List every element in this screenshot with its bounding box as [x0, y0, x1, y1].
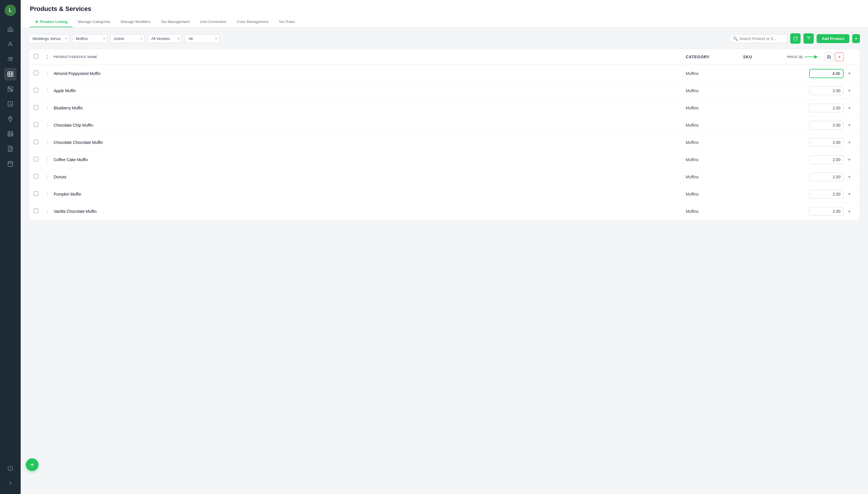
- row-checkbox-col: [34, 157, 45, 163]
- row-checkbox[interactable]: [34, 122, 38, 127]
- price-input[interactable]: [809, 69, 844, 78]
- search-input[interactable]: [730, 34, 787, 43]
- row-checkbox[interactable]: [34, 191, 38, 196]
- table-row: ⋮ Vanilla Chocolate Muffin Muffins 2.00 …: [29, 203, 860, 220]
- venue-select[interactable]: Weddings Venue All Venues: [29, 34, 69, 43]
- row-checkbox[interactable]: [34, 139, 38, 144]
- sidebar-item-reports[interactable]: [4, 98, 17, 110]
- price-static: 2.00: [809, 138, 844, 147]
- row-drag-handle[interactable]: ⋮: [45, 139, 54, 145]
- row-checkbox[interactable]: [34, 157, 38, 162]
- row-drag-handle[interactable]: ⋮: [45, 105, 54, 111]
- add-product-button[interactable]: Add Product: [816, 34, 849, 43]
- row-checkbox[interactable]: [34, 209, 38, 213]
- row-checkbox[interactable]: [34, 105, 38, 110]
- row-expand-button[interactable]: ▾: [847, 208, 852, 215]
- category-select-wrapper: Muffins All Categories ▾: [72, 34, 107, 43]
- sidebar-item-team[interactable]: [4, 53, 17, 65]
- header-category: CATEGORY: [686, 55, 743, 59]
- row-drag-handle[interactable]: ⋮: [45, 122, 54, 128]
- row-price-col: [786, 69, 844, 78]
- row-drag-handle[interactable]: ⋮: [45, 88, 54, 93]
- row-checkbox-col: [34, 122, 45, 128]
- row-drag-handle[interactable]: ⋮: [45, 209, 54, 214]
- sidebar-item-inventory[interactable]: [4, 68, 17, 80]
- tab-tax-management[interactable]: Tax Management: [156, 17, 195, 27]
- status-select[interactable]: Active Inactive All: [110, 34, 145, 43]
- row-category: Muffins: [686, 175, 743, 179]
- table-row: ⋮ Chocolate Chip Muffin Muffins 2.00 ▾: [29, 117, 860, 134]
- filter-select[interactable]: All Filter 1: [185, 34, 219, 43]
- row-product-name: Donuts: [54, 175, 686, 179]
- sidebar-item-home[interactable]: [4, 23, 17, 36]
- tab-tax-rules[interactable]: Tax Rules: [274, 17, 300, 27]
- header-checkbox-col: [34, 54, 45, 60]
- row-category: Muffins: [686, 209, 743, 214]
- page-header: Products & Services ★ Product Listing Ma…: [21, 0, 868, 27]
- svg-point-8: [10, 117, 11, 119]
- header-price: PRICE ($) ✕: [786, 53, 844, 61]
- select-all-checkbox[interactable]: [34, 54, 38, 59]
- row-expand-button[interactable]: ▾: [847, 121, 852, 129]
- row-checkbox[interactable]: [34, 88, 38, 93]
- vendor-select[interactable]: All Vendors Vendor 1: [147, 34, 182, 43]
- row-expand-button[interactable]: ▾: [847, 173, 852, 180]
- row-drag-handle[interactable]: ⋮: [45, 157, 54, 162]
- avatar[interactable]: L: [5, 5, 16, 16]
- row-expand-button[interactable]: ▾: [847, 190, 852, 198]
- price-static: 2.00: [809, 121, 844, 130]
- tab-unit-conversion[interactable]: Unit Conversion: [195, 17, 232, 27]
- row-price-col: 2.00: [786, 173, 844, 181]
- toolbar: Weddings Venue All Venues ▾ Muffins All …: [29, 33, 860, 44]
- fab-add-button[interactable]: +: [26, 458, 38, 471]
- row-drag-handle[interactable]: ⋮: [45, 71, 54, 76]
- sidebar-bottom: [4, 462, 17, 489]
- row-expand-button[interactable]: ▾: [847, 70, 852, 77]
- row-product-name: Almond Poppyseed Muffin: [54, 71, 686, 76]
- tab-manage-modifiers[interactable]: Manage Modifiers: [116, 17, 156, 27]
- table-save-button[interactable]: [825, 53, 833, 61]
- row-drag-handle[interactable]: ⋮: [45, 191, 54, 197]
- row-expand-button[interactable]: ▾: [847, 156, 852, 164]
- arrow-annotation: [805, 53, 822, 60]
- header-name: PRODUCT/SERVICE NAME: [54, 55, 686, 59]
- refresh-button[interactable]: [790, 33, 801, 44]
- row-category: Muffins: [686, 106, 743, 110]
- sidebar-item-locations[interactable]: [4, 113, 17, 125]
- row-price-col: 2.00: [786, 104, 844, 112]
- column-filter-button[interactable]: [804, 33, 814, 44]
- row-checkbox-col: [34, 174, 45, 180]
- price-static: 2.00: [809, 207, 844, 216]
- sidebar-item-discounts[interactable]: [4, 83, 17, 95]
- row-expand-col: ▾: [844, 138, 855, 146]
- row-expand-col: ▾: [844, 70, 855, 77]
- sidebar-item-calendar[interactable]: [4, 157, 17, 170]
- tab-manage-categories[interactable]: Manage Categories: [73, 17, 115, 27]
- category-select[interactable]: Muffins All Categories: [72, 34, 107, 43]
- row-product-name: Blueberry Muffin: [54, 106, 686, 110]
- tab-product-listing[interactable]: ★ Product Listing: [30, 17, 73, 27]
- row-expand-col: ▾: [844, 208, 855, 215]
- sidebar-item-customers[interactable]: [4, 38, 17, 51]
- row-checkbox-col: [34, 71, 45, 76]
- row-expand-button[interactable]: ▾: [847, 87, 852, 95]
- row-price-col: 2.00: [786, 190, 844, 198]
- row-drag-handle[interactable]: ⋮: [45, 174, 54, 179]
- sidebar-item-register[interactable]: [4, 128, 17, 140]
- sidebar-collapse-button[interactable]: [4, 477, 17, 489]
- svg-point-2: [11, 57, 13, 59]
- header-price-label: PRICE ($): [787, 55, 803, 59]
- table-close-button[interactable]: ✕: [835, 53, 844, 61]
- row-expand-button[interactable]: ▾: [847, 104, 852, 112]
- table-row: ⋮ Pumpkin Muffin Muffins 2.00 ▾: [29, 186, 860, 203]
- tab-color-management[interactable]: Color Management: [231, 17, 274, 27]
- row-expand-button[interactable]: ▾: [847, 138, 852, 146]
- row-checkbox-col: [34, 88, 45, 94]
- row-price-col: 2.00: [786, 121, 844, 130]
- sidebar-item-files[interactable]: [4, 142, 17, 155]
- row-checkbox[interactable]: [34, 174, 38, 179]
- add-product-dropdown-button[interactable]: ▾: [852, 34, 860, 43]
- sidebar-item-power[interactable]: [4, 462, 17, 474]
- row-checkbox[interactable]: [34, 71, 38, 75]
- tab-manage-categories-label: Manage Categories: [78, 20, 110, 24]
